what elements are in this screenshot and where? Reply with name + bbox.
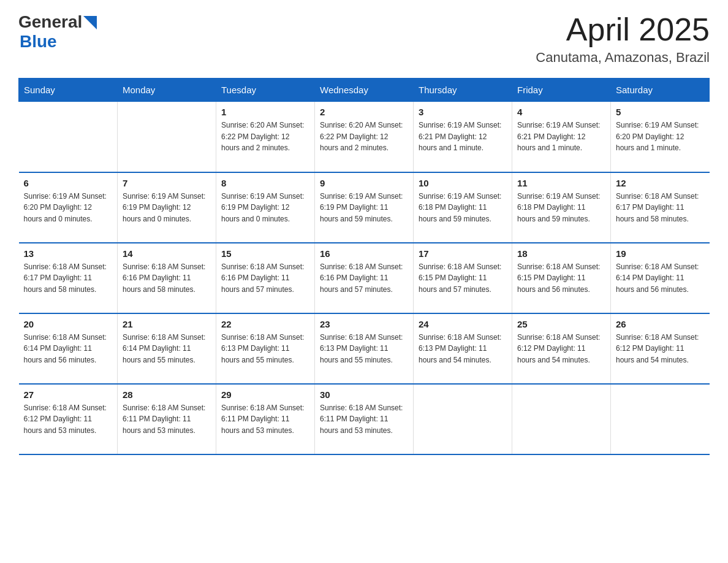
day-info: Sunrise: 6:18 AM Sunset: 6:11 PM Dayligh… (123, 402, 211, 437)
day-info: Sunrise: 6:18 AM Sunset: 6:11 PM Dayligh… (320, 402, 408, 437)
title-section: April 2025 Canutama, Amazonas, Brazil (536, 12, 710, 66)
day-number: 11 (517, 178, 605, 188)
day-info: Sunrise: 6:18 AM Sunset: 6:12 PM Dayligh… (517, 332, 605, 366)
weekday-header-sunday: Sunday (19, 79, 118, 102)
day-info: Sunrise: 6:18 AM Sunset: 6:12 PM Dayligh… (616, 332, 705, 366)
day-info: Sunrise: 6:18 AM Sunset: 6:16 PM Dayligh… (221, 261, 309, 296)
weekday-header-friday: Friday (512, 79, 611, 102)
calendar-cell: 4Sunrise: 6:19 AM Sunset: 6:21 PM Daylig… (512, 102, 611, 172)
calendar-cell: 12Sunrise: 6:18 AM Sunset: 6:17 PM Dayli… (611, 172, 710, 243)
logo-general-text: General (18, 12, 82, 32)
day-number: 17 (419, 248, 507, 259)
day-number: 24 (419, 319, 507, 329)
calendar-cell: 25Sunrise: 6:18 AM Sunset: 6:12 PM Dayli… (512, 313, 611, 384)
calendar-week-row: 13Sunrise: 6:18 AM Sunset: 6:17 PM Dayli… (19, 243, 710, 313)
day-info: Sunrise: 6:19 AM Sunset: 6:20 PM Dayligh… (616, 120, 705, 154)
day-number: 27 (24, 389, 113, 400)
day-number: 23 (320, 319, 408, 329)
calendar-cell: 22Sunrise: 6:18 AM Sunset: 6:13 PM Dayli… (216, 313, 315, 384)
day-info: Sunrise: 6:18 AM Sunset: 6:17 PM Dayligh… (616, 191, 705, 225)
day-info: Sunrise: 6:18 AM Sunset: 6:14 PM Dayligh… (123, 332, 211, 366)
day-info: Sunrise: 6:18 AM Sunset: 6:13 PM Dayligh… (320, 332, 408, 366)
day-number: 18 (517, 248, 605, 259)
calendar-cell: 28Sunrise: 6:18 AM Sunset: 6:11 PM Dayli… (118, 384, 216, 454)
calendar-cell: 18Sunrise: 6:18 AM Sunset: 6:15 PM Dayli… (512, 243, 611, 313)
day-info: Sunrise: 6:19 AM Sunset: 6:19 PM Dayligh… (320, 191, 408, 225)
logo-blue-text: Blue (20, 32, 97, 52)
calendar-cell: 17Sunrise: 6:18 AM Sunset: 6:15 PM Dayli… (414, 243, 512, 313)
day-info: Sunrise: 6:18 AM Sunset: 6:14 PM Dayligh… (616, 261, 705, 296)
day-info: Sunrise: 6:19 AM Sunset: 6:20 PM Dayligh… (24, 191, 113, 225)
day-info: Sunrise: 6:18 AM Sunset: 6:14 PM Dayligh… (24, 332, 113, 366)
day-number: 4 (517, 107, 605, 117)
calendar-cell: 6Sunrise: 6:19 AM Sunset: 6:20 PM Daylig… (19, 172, 118, 243)
day-info: Sunrise: 6:18 AM Sunset: 6:15 PM Dayligh… (517, 261, 605, 296)
calendar-cell: 7Sunrise: 6:19 AM Sunset: 6:19 PM Daylig… (118, 172, 216, 243)
weekday-header-thursday: Thursday (414, 79, 512, 102)
calendar-cell: 15Sunrise: 6:18 AM Sunset: 6:16 PM Dayli… (216, 243, 315, 313)
calendar-cell: 23Sunrise: 6:18 AM Sunset: 6:13 PM Dayli… (315, 313, 414, 384)
day-info: Sunrise: 6:19 AM Sunset: 6:21 PM Dayligh… (517, 120, 605, 154)
weekday-header-monday: Monday (118, 79, 216, 102)
calendar-cell (19, 102, 118, 172)
calendar-cell: 1Sunrise: 6:20 AM Sunset: 6:22 PM Daylig… (216, 102, 315, 172)
day-number: 20 (24, 319, 113, 329)
calendar-cell: 14Sunrise: 6:18 AM Sunset: 6:16 PM Dayli… (118, 243, 216, 313)
day-info: Sunrise: 6:20 AM Sunset: 6:22 PM Dayligh… (221, 120, 309, 154)
calendar-week-row: 6Sunrise: 6:19 AM Sunset: 6:20 PM Daylig… (19, 172, 710, 243)
calendar-cell: 5Sunrise: 6:19 AM Sunset: 6:20 PM Daylig… (611, 102, 710, 172)
svg-marker-0 (83, 16, 97, 29)
calendar-cell: 3Sunrise: 6:19 AM Sunset: 6:21 PM Daylig… (414, 102, 512, 172)
day-number: 6 (24, 178, 113, 188)
day-number: 14 (123, 248, 211, 259)
page-header: General Blue April 2025 Canutama, Amazon… (18, 12, 710, 66)
day-number: 30 (320, 389, 408, 400)
calendar-cell: 19Sunrise: 6:18 AM Sunset: 6:14 PM Dayli… (611, 243, 710, 313)
day-number: 7 (123, 178, 211, 188)
day-info: Sunrise: 6:19 AM Sunset: 6:21 PM Dayligh… (419, 120, 507, 154)
day-number: 25 (517, 319, 605, 329)
day-info: Sunrise: 6:18 AM Sunset: 6:16 PM Dayligh… (320, 261, 408, 296)
day-info: Sunrise: 6:19 AM Sunset: 6:19 PM Dayligh… (123, 191, 211, 225)
calendar-cell: 8Sunrise: 6:19 AM Sunset: 6:19 PM Daylig… (216, 172, 315, 243)
weekday-header-wednesday: Wednesday (315, 79, 414, 102)
calendar-week-row: 20Sunrise: 6:18 AM Sunset: 6:14 PM Dayli… (19, 313, 710, 384)
day-info: Sunrise: 6:18 AM Sunset: 6:15 PM Dayligh… (419, 261, 507, 296)
day-info: Sunrise: 6:18 AM Sunset: 6:13 PM Dayligh… (419, 332, 507, 366)
day-info: Sunrise: 6:18 AM Sunset: 6:16 PM Dayligh… (123, 261, 211, 296)
calendar-header-row: SundayMondayTuesdayWednesdayThursdayFrid… (19, 79, 710, 102)
calendar-week-row: 27Sunrise: 6:18 AM Sunset: 6:12 PM Dayli… (19, 384, 710, 454)
calendar-cell: 16Sunrise: 6:18 AM Sunset: 6:16 PM Dayli… (315, 243, 414, 313)
calendar-cell (414, 384, 512, 454)
day-info: Sunrise: 6:18 AM Sunset: 6:17 PM Dayligh… (24, 261, 113, 296)
calendar-cell: 26Sunrise: 6:18 AM Sunset: 6:12 PM Dayli… (611, 313, 710, 384)
calendar-cell: 21Sunrise: 6:18 AM Sunset: 6:14 PM Dayli… (118, 313, 216, 384)
calendar-cell: 20Sunrise: 6:18 AM Sunset: 6:14 PM Dayli… (19, 313, 118, 384)
calendar-cell: 10Sunrise: 6:19 AM Sunset: 6:18 PM Dayli… (414, 172, 512, 243)
day-info: Sunrise: 6:18 AM Sunset: 6:13 PM Dayligh… (221, 332, 309, 366)
day-number: 29 (221, 389, 309, 400)
day-number: 1 (221, 107, 309, 117)
day-number: 12 (616, 178, 705, 188)
weekday-header-saturday: Saturday (611, 79, 710, 102)
calendar-week-row: 1Sunrise: 6:20 AM Sunset: 6:22 PM Daylig… (19, 102, 710, 172)
calendar-cell (118, 102, 216, 172)
day-info: Sunrise: 6:19 AM Sunset: 6:18 PM Dayligh… (419, 191, 507, 225)
calendar-cell (512, 384, 611, 454)
day-info: Sunrise: 6:18 AM Sunset: 6:12 PM Dayligh… (24, 402, 113, 437)
day-info: Sunrise: 6:19 AM Sunset: 6:18 PM Dayligh… (517, 191, 605, 225)
day-number: 3 (419, 107, 507, 117)
calendar-cell: 11Sunrise: 6:19 AM Sunset: 6:18 PM Dayli… (512, 172, 611, 243)
logo-triangle-icon (83, 16, 97, 29)
day-number: 13 (24, 248, 113, 259)
calendar-cell: 27Sunrise: 6:18 AM Sunset: 6:12 PM Dayli… (19, 384, 118, 454)
calendar-cell: 24Sunrise: 6:18 AM Sunset: 6:13 PM Dayli… (414, 313, 512, 384)
day-number: 5 (616, 107, 705, 117)
day-number: 26 (616, 319, 705, 329)
calendar-cell: 13Sunrise: 6:18 AM Sunset: 6:17 PM Dayli… (19, 243, 118, 313)
day-info: Sunrise: 6:20 AM Sunset: 6:22 PM Dayligh… (320, 120, 408, 154)
day-number: 28 (123, 389, 211, 400)
day-number: 9 (320, 178, 408, 188)
location-title: Canutama, Amazonas, Brazil (536, 50, 710, 66)
day-number: 8 (221, 178, 309, 188)
